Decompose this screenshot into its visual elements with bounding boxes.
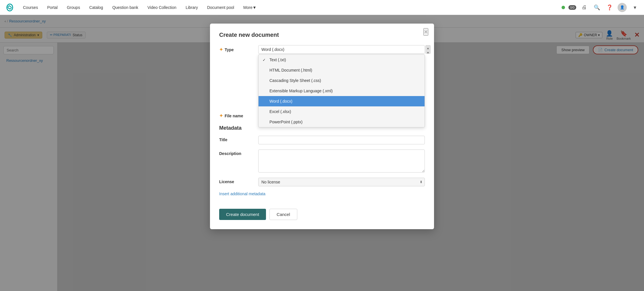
type-select[interactable]: Word (.docx) xyxy=(258,45,425,54)
type-select-wrapper: Word (.docx) ✓ Text (.txt) HTML Document… xyxy=(258,45,425,54)
filename-label: ✦ File name xyxy=(219,111,254,118)
help-icon[interactable]: ❓ xyxy=(605,3,614,12)
top-nav: Courses Portal Groups Catalog Question b… xyxy=(0,0,644,15)
required-star: ✦ xyxy=(219,47,223,52)
type-dropdown-list: ✓ Text (.txt) HTML Document (.html) Casc… xyxy=(258,54,425,127)
nav-video-collection[interactable]: Video Collection xyxy=(144,3,180,12)
selected-type-value: Word (.docx) xyxy=(261,47,284,52)
dropdown-item-css[interactable]: Cascading Style Sheet (.css) xyxy=(259,75,425,86)
check-txt: ✓ xyxy=(263,58,267,62)
insert-metadata-link[interactable]: Insert additional metadata xyxy=(219,192,265,196)
dropdown-item-pptx[interactable]: PowerPoint (.pptx) xyxy=(259,117,425,127)
title-input[interactable] xyxy=(258,136,425,144)
scroll-down[interactable]: ▼ xyxy=(426,51,430,55)
nav-library[interactable]: Library xyxy=(182,3,201,12)
type-row: ✦ Type Word (.docx) ✓ Text (.txt) xyxy=(219,45,425,54)
description-textarea[interactable] xyxy=(258,150,425,173)
nav-groups[interactable]: Groups xyxy=(63,3,84,12)
nav-portal[interactable]: Portal xyxy=(44,3,61,12)
nav-courses[interactable]: Courses xyxy=(20,3,41,12)
dropdown-item-html[interactable]: HTML Document (.html) xyxy=(259,65,425,75)
modal-overlay: Create new document × ✦ Type Word (.docx… xyxy=(0,15,644,291)
nav-badge: 0/0 xyxy=(568,5,576,10)
modal-close-button[interactable]: × xyxy=(423,28,428,36)
title-label: Title xyxy=(219,136,254,142)
dropdown-label-txt: Text (.txt) xyxy=(269,58,286,62)
license-select[interactable]: No license xyxy=(258,178,425,186)
check-html xyxy=(263,68,267,72)
check-pptx xyxy=(263,120,267,124)
dropdown-icon[interactable]: ▾ xyxy=(630,3,639,12)
modal-create-button[interactable]: Create document xyxy=(219,209,266,220)
modal-title: Create new document xyxy=(219,32,425,38)
logo[interactable] xyxy=(5,2,15,13)
title-row: Title xyxy=(219,136,425,144)
dropdown-label-css: Cascading Style Sheet (.css) xyxy=(269,78,321,83)
dropdown-item-xlsx[interactable]: Excel (.xlsx) xyxy=(259,106,425,117)
dropdown-label-docx: Word (.docx) xyxy=(269,99,292,104)
modal-cancel-button[interactable]: Cancel xyxy=(269,209,297,220)
status-dot xyxy=(562,6,565,9)
nav-more[interactable]: More▼ xyxy=(240,3,260,12)
dropdown-label-xml: Extensible Markup Language (.xml) xyxy=(269,89,333,93)
page-background: ‹ / Ressourcenordner_xy 🔧 Administration… xyxy=(0,15,644,291)
create-document-modal: Create new document × ✦ Type Word (.docx… xyxy=(210,24,434,229)
check-css xyxy=(263,79,267,83)
type-label: ✦ Type xyxy=(219,45,254,52)
description-label: Description xyxy=(219,150,254,156)
nav-catalog[interactable]: Catalog xyxy=(86,3,107,12)
license-row: License No license ⬍ xyxy=(219,178,425,186)
check-docx xyxy=(263,99,267,104)
scroll-up[interactable]: ▲ xyxy=(426,46,430,51)
nav-document-pool[interactable]: Document pool xyxy=(204,3,238,12)
required-star-filename: ✦ xyxy=(219,113,223,118)
modal-actions: Create document Cancel xyxy=(219,209,425,220)
avatar[interactable]: 👤 xyxy=(618,3,627,12)
nav-right: 0/0 🖨 🔍 ❓ 👤 ▾ xyxy=(562,3,639,12)
check-xml xyxy=(263,89,267,93)
dropdown-item-docx[interactable]: Word (.docx) xyxy=(259,96,425,106)
nav-question-bank[interactable]: Question bank xyxy=(109,3,142,12)
license-select-wrapper: No license ⬍ xyxy=(258,178,425,186)
dropdown-item-xml[interactable]: Extensible Markup Language (.xml) xyxy=(259,86,425,96)
license-label: License xyxy=(219,178,254,184)
check-xlsx xyxy=(263,110,267,114)
dropdown-label-html: HTML Document (.html) xyxy=(269,68,312,72)
dropdown-label-pptx: PowerPoint (.pptx) xyxy=(269,120,302,124)
print-icon[interactable]: 🖨 xyxy=(580,3,589,12)
scroll-arrows: ▲ ▼ xyxy=(425,45,431,54)
dropdown-label-xlsx: Excel (.xlsx) xyxy=(269,109,291,114)
search-icon[interactable]: 🔍 xyxy=(592,3,601,12)
dropdown-item-txt[interactable]: ✓ Text (.txt) xyxy=(259,55,425,65)
description-row: Description xyxy=(219,150,425,173)
